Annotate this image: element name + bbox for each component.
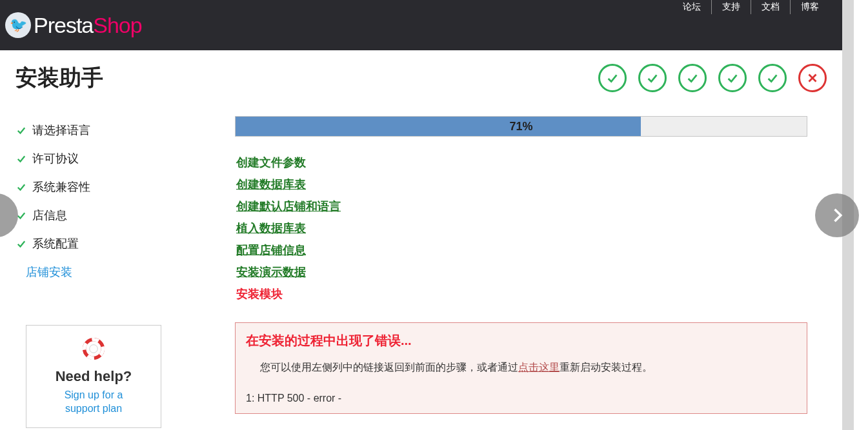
check-icon [15,238,27,249]
step-indicator-ok [678,64,707,92]
page-title: 安装助手 [15,63,103,93]
main: 安装助手 请选择语言许可协议系统兼容性店信息系统配置店铺安装 Need help… [0,50,842,428]
sidebar-item-1[interactable]: 许可协议 [15,144,209,173]
toplink-docs[interactable]: 文档 [751,0,791,14]
install-panel: 71% 创建文件参数创建数据库表创建默认店铺和语言植入数据库表配置店铺信息安装演… [235,116,827,428]
sidebar-item-label: 系统兼容性 [32,179,90,195]
logo-text: PrestaShop [34,13,142,38]
sidebar-item-0[interactable]: 请选择语言 [15,116,209,144]
step-indicator-fail [798,64,827,92]
sidebar-item-4[interactable]: 系统配置 [15,230,209,258]
sidebar-item-2[interactable]: 系统兼容性 [15,173,209,201]
step-indicator-ok [758,64,787,92]
toplink-blog[interactable]: 博客 [791,0,829,14]
install-task-6: 安装模块 [236,286,807,302]
error-code: 1: HTTP 500 - error - [246,393,796,404]
logo-text-a: Presta [34,13,93,37]
content: 请选择语言许可协议系统兼容性店信息系统配置店铺安装 Need help? Sig… [15,116,827,428]
sidebar-item-3[interactable]: 店信息 [15,201,209,230]
step-indicator-ok [598,64,627,92]
svg-point-4 [90,345,98,353]
logo: 🐦 PrestaShop [5,12,142,38]
check-icon [15,153,27,164]
sidebar-item-label: 店铺安装 [26,264,72,280]
toplink-forum[interactable]: 论坛 [672,0,712,14]
lifering-icon [82,337,105,360]
install-task-4[interactable]: 配置店铺信息 [236,242,807,258]
sidebar-item-label: 请选择语言 [32,122,90,138]
install-task-2[interactable]: 创建默认店铺和语言 [236,199,807,214]
sidebar-item-label: 许可协议 [32,151,79,166]
progress-label: 71% [236,117,807,136]
titlebar: 安装助手 [15,63,827,93]
top-links: 论坛 支持 文档 博客 [672,0,829,14]
logo-text-b: Shop [93,13,141,37]
sidebar-item-label: 系统配置 [32,236,79,251]
step-circles [598,64,827,92]
chevron-left-icon [0,206,5,224]
toplink-support[interactable]: 支持 [712,0,751,14]
step-indicator-ok [718,64,747,92]
install-task-1[interactable]: 创建数据库表 [236,177,807,192]
task-list: 创建文件参数创建数据库表创建默认店铺和语言植入数据库表配置店铺信息安装演示数据安… [235,155,807,302]
step-indicator-ok [638,64,667,92]
sidebar-item-label: 店信息 [32,208,67,223]
sidebar-item-5[interactable]: 店铺安装 [15,258,209,286]
chevron-right-icon [828,206,846,224]
error-msg-after: 重新启动安装过程。 [560,362,652,373]
install-task-5[interactable]: 安装演示数据 [236,264,807,280]
install-task-0: 创建文件参数 [236,155,807,170]
progress-bar: 71% [235,116,807,137]
logo-icon: 🐦 [5,12,31,38]
install-task-3[interactable]: 植入数据库表 [236,220,807,236]
help-line2: support plan [65,403,122,414]
carousel-next-button[interactable] [815,193,859,237]
help-box: Need help? Sign up for a support plan [26,325,161,428]
error-title: 在安装的过程中出现了错误... [246,332,796,349]
error-restart-link[interactable]: 点击这里 [518,362,560,373]
check-icon [15,124,27,136]
error-message: 您可以使用左侧列中的链接返回到前面的步骤，或者通过点击这里重新启动安装过程。 [246,361,796,375]
error-msg-before: 您可以使用左侧列中的链接返回到前面的步骤，或者通过 [260,362,518,373]
help-signup-link[interactable]: Sign up for a support plan [34,389,153,416]
check-icon [15,181,27,193]
help-title: Need help? [34,368,153,385]
error-box: 在安装的过程中出现了错误... 您可以使用左侧列中的链接返回到前面的步骤，或者通… [235,322,807,414]
help-line1: Sign up for a [65,389,123,400]
sidebar: 请选择语言许可协议系统兼容性店信息系统配置店铺安装 Need help? Sig… [15,116,209,428]
